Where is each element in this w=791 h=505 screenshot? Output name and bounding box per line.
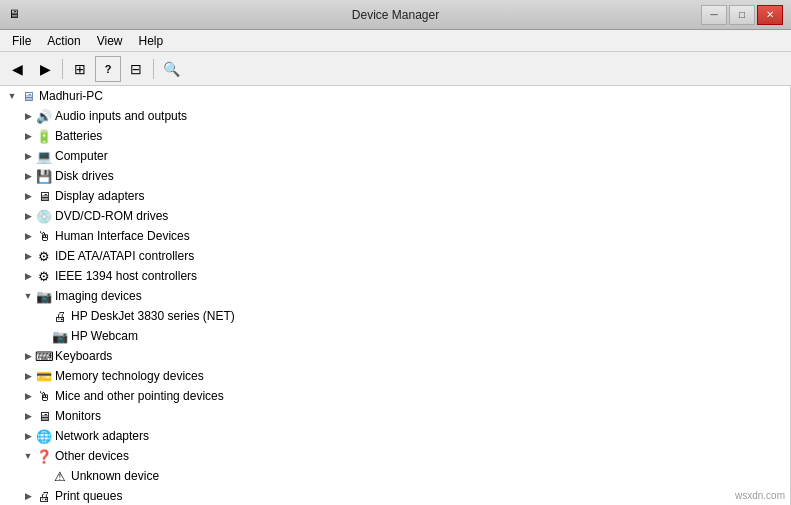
tree-toggle-icon[interactable]: ▶ (20, 488, 36, 504)
maximize-button[interactable]: □ (729, 5, 755, 25)
properties-button[interactable]: ⊞ (67, 56, 93, 82)
tree-item-label: IEEE 1394 host controllers (55, 269, 197, 283)
help-button[interactable]: ? (95, 56, 121, 82)
tree-item-label: IDE ATA/ATAPI controllers (55, 249, 194, 263)
tree-toggle-icon[interactable]: ▶ (20, 408, 36, 424)
tree-item[interactable]: ▶🌐Network adapters (0, 426, 790, 446)
tree-children: ▶🔊Audio inputs and outputs▶🔋Batteries▶💻C… (0, 106, 790, 505)
toolbar: ◀ ▶ ⊞ ? ⊟ 🔍 (0, 52, 791, 86)
back-button[interactable]: ◀ (4, 56, 30, 82)
minimize-button[interactable]: ─ (701, 5, 727, 25)
tree-item-icon: 🖱 (36, 228, 52, 244)
tree-item-icon: 📷 (52, 328, 68, 344)
tree-item-icon: 🔊 (36, 108, 52, 124)
tree-item[interactable]: ▶💳Memory technology devices (0, 366, 790, 386)
tree-item[interactable]: ▼❓Other devices (0, 446, 790, 466)
tree-item-icon: 💿 (36, 208, 52, 224)
tree-item[interactable]: ▶💿DVD/CD-ROM drives (0, 206, 790, 226)
main-area: ▼ 🖥 Madhuri-PC ▶🔊Audio inputs and output… (0, 86, 791, 505)
tree-item-label: Other devices (55, 449, 129, 463)
tree-toggle-icon[interactable]: ▶ (20, 148, 36, 164)
tree-toggle-icon[interactable]: ▼ (20, 448, 36, 464)
tree-item-icon: 💳 (36, 368, 52, 384)
menu-view[interactable]: View (89, 32, 131, 50)
device-tree[interactable]: ▼ 🖥 Madhuri-PC ▶🔊Audio inputs and output… (0, 86, 791, 505)
menu-file[interactable]: File (4, 32, 39, 50)
tree-item-icon: ⚠ (52, 468, 68, 484)
tree-toggle-icon[interactable] (36, 468, 52, 484)
tree-item-icon: 💾 (36, 168, 52, 184)
menu-action[interactable]: Action (39, 32, 88, 50)
root-label: Madhuri-PC (39, 89, 103, 103)
forward-button[interactable]: ▶ (32, 56, 58, 82)
tree-item-label: Unknown device (71, 469, 159, 483)
tree-item[interactable]: ▶💾Disk drives (0, 166, 790, 186)
tree-item-icon: ⚙ (36, 268, 52, 284)
tree-toggle-icon[interactable]: ▶ (20, 388, 36, 404)
tree-toggle-icon[interactable]: ▶ (20, 428, 36, 444)
scan-button[interactable]: 🔍 (158, 56, 184, 82)
menu-bar: File Action View Help (0, 30, 791, 52)
title-bar: 🖥 Device Manager ─ □ ✕ (0, 0, 791, 30)
tree-toggle-icon[interactable]: ▶ (20, 248, 36, 264)
tree-item[interactable]: ▶🖥Monitors (0, 406, 790, 426)
tree-item-icon: 🖨 (36, 488, 52, 504)
tree-item[interactable]: ▼📷Imaging devices (0, 286, 790, 306)
tree-item-icon: 🖥 (36, 188, 52, 204)
tree-toggle-icon[interactable]: ▼ (20, 288, 36, 304)
tree-item-label: Network adapters (55, 429, 149, 443)
toolbar-separator-2 (153, 59, 154, 79)
watermark: wsxdn.com (735, 490, 785, 501)
remove-button[interactable]: ⊟ (123, 56, 149, 82)
tree-item[interactable]: 🖨HP DeskJet 3830 series (NET) (0, 306, 790, 326)
close-button[interactable]: ✕ (757, 5, 783, 25)
tree-item-icon: ⚙ (36, 248, 52, 264)
tree-item-label: Audio inputs and outputs (55, 109, 187, 123)
tree-root[interactable]: ▼ 🖥 Madhuri-PC (0, 86, 790, 106)
tree-item-icon: 💻 (36, 148, 52, 164)
tree-item[interactable]: ▶💻Computer (0, 146, 790, 166)
window-controls: ─ □ ✕ (701, 5, 783, 25)
tree-toggle-icon[interactable] (36, 328, 52, 344)
tree-toggle-icon[interactable]: ▶ (20, 208, 36, 224)
tree-toggle-icon[interactable]: ▶ (20, 108, 36, 124)
tree-item-label: HP Webcam (71, 329, 138, 343)
tree-toggle-icon[interactable]: ▶ (20, 228, 36, 244)
tree-item[interactable]: ▶🖨Print queues (0, 486, 790, 505)
tree-item[interactable]: 📷HP Webcam (0, 326, 790, 346)
tree-toggle-icon[interactable]: ▶ (20, 268, 36, 284)
tree-toggle-icon[interactable] (36, 308, 52, 324)
tree-item[interactable]: ▶🔋Batteries (0, 126, 790, 146)
tree-item-label: Memory technology devices (55, 369, 204, 383)
app-icon: 🖥 (8, 7, 24, 23)
tree-item-label: Display adapters (55, 189, 144, 203)
tree-item[interactable]: ▶⚙IEEE 1394 host controllers (0, 266, 790, 286)
tree-item-icon: 🖨 (52, 308, 68, 324)
root-toggle[interactable]: ▼ (4, 88, 20, 104)
tree-toggle-icon[interactable]: ▶ (20, 188, 36, 204)
tree-item[interactable]: ▶🖥Display adapters (0, 186, 790, 206)
tree-item-label: HP DeskJet 3830 series (NET) (71, 309, 235, 323)
toolbar-separator-1 (62, 59, 63, 79)
tree-item[interactable]: ▶⚙IDE ATA/ATAPI controllers (0, 246, 790, 266)
tree-toggle-icon[interactable]: ▶ (20, 368, 36, 384)
tree-toggle-icon[interactable]: ▶ (20, 128, 36, 144)
tree-item-label: Imaging devices (55, 289, 142, 303)
tree-item[interactable]: ▶⌨Keyboards (0, 346, 790, 366)
tree-item[interactable]: ▶🔊Audio inputs and outputs (0, 106, 790, 126)
tree-item[interactable]: ▶🖱Human Interface Devices (0, 226, 790, 246)
tree-toggle-icon[interactable]: ▶ (20, 168, 36, 184)
tree-item-label: DVD/CD-ROM drives (55, 209, 168, 223)
tree-item[interactable]: ▶🖱Mice and other pointing devices (0, 386, 790, 406)
tree-item-icon: ⌨ (36, 348, 52, 364)
tree-item-label: Disk drives (55, 169, 114, 183)
tree-item-label: Monitors (55, 409, 101, 423)
root-icon: 🖥 (20, 88, 36, 104)
menu-help[interactable]: Help (131, 32, 172, 50)
tree-item-label: Keyboards (55, 349, 112, 363)
tree-item-icon: ❓ (36, 448, 52, 464)
tree-item[interactable]: ⚠Unknown device (0, 466, 790, 486)
tree-item-label: Print queues (55, 489, 122, 503)
tree-item-icon: 📷 (36, 288, 52, 304)
tree-item-icon: 🔋 (36, 128, 52, 144)
